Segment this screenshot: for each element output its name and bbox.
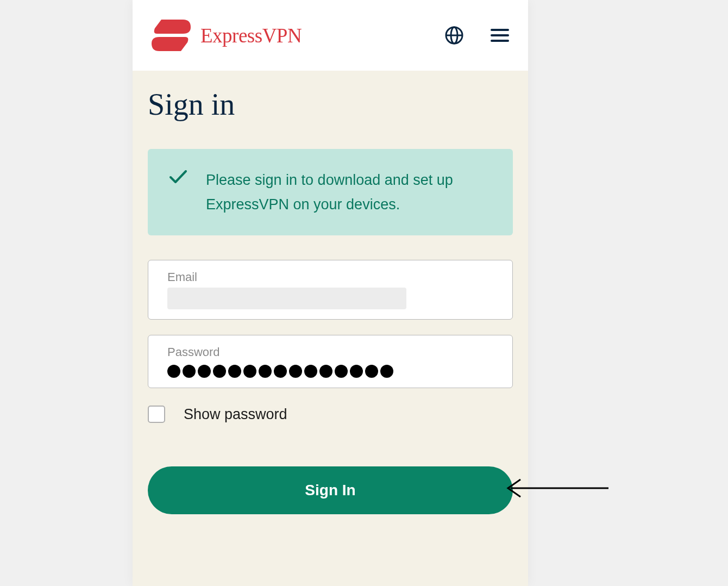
show-password-checkbox[interactable] [148,406,165,423]
brand-logo[interactable]: ExpressVPN [152,20,302,51]
email-input[interactable] [167,288,406,309]
notice-banner: Please sign in to download and set up Ex… [148,149,513,235]
content-area: Sign in Please sign in to download and s… [133,71,528,531]
password-field-group[interactable]: Password [148,335,513,388]
header: ExpressVPN [133,0,528,71]
app-container: ExpressVPN Sign in Please sign in to dow… [133,0,528,586]
sign-in-button[interactable]: Sign In [148,466,513,514]
show-password-row: Show password [148,406,513,423]
email-label: Email [167,270,493,284]
expressvpn-logo-icon [152,20,191,51]
show-password-label: Show password [184,406,287,423]
hamburger-menu-icon[interactable] [491,29,509,42]
header-actions [445,26,509,45]
language-globe-icon[interactable] [445,26,463,45]
password-input[interactable] [167,365,493,378]
checkmark-icon [170,170,187,183]
brand-name: ExpressVPN [200,24,302,47]
password-label: Password [167,345,493,359]
email-field-group[interactable]: Email [148,260,513,320]
notice-text: Please sign in to download and set up Ex… [206,168,491,216]
page-title: Sign in [148,87,513,122]
